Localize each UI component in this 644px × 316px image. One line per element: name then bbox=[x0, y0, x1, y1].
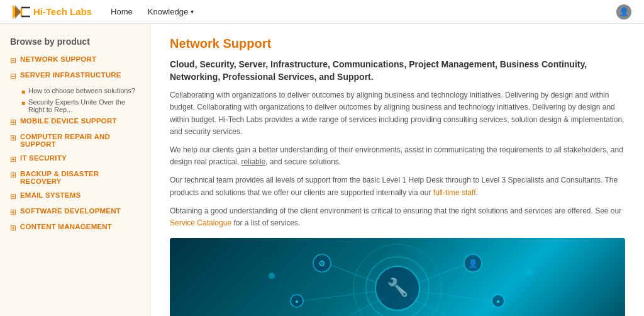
sidebar-item-email[interactable]: ⊞ Email Systems bbox=[10, 191, 140, 201]
content-paragraph-2: We help our clients gain a better unders… bbox=[170, 144, 625, 168]
plus-icon: ⊞ bbox=[10, 133, 16, 142]
svg-line-25 bbox=[347, 298, 385, 316]
sidebar-item-backup[interactable]: ⊞ Backup & Disaster Recovery bbox=[10, 170, 140, 185]
network-graphic: 🔧 ⚙ 👤 ● ● ● ◉ bbox=[221, 238, 574, 316]
sidebar-item-computer-repair[interactable]: ⊞ Computer Repair and Support bbox=[10, 133, 140, 148]
user-avatar[interactable]: 👤 bbox=[616, 4, 631, 20]
sidebar-item-label: Computer Repair and Support bbox=[20, 133, 140, 148]
sidebar-item-content[interactable]: ⊞ Content Management bbox=[10, 223, 140, 232]
sidebar-item-server-infrastructure[interactable]: ⊟ Server Infrastructure bbox=[10, 71, 140, 81]
header: Hi-Tech Labs Home Knowledge ▾ 👤 bbox=[0, 0, 644, 24]
svg-line-23 bbox=[303, 291, 375, 301]
bullet-icon: ■ bbox=[21, 99, 25, 106]
plus-icon: ⊞ bbox=[10, 118, 16, 127]
svg-line-31 bbox=[272, 276, 297, 299]
sidebar: Browse by product ⊞ Network Support ⊟ Se… bbox=[0, 24, 151, 316]
sidebar-item-label: Network Support bbox=[20, 55, 96, 63]
svg-line-24 bbox=[419, 291, 492, 301]
sidebar-item-it-security[interactable]: ⊞ IT Security bbox=[10, 154, 140, 164]
service-catalogue-link[interactable]: Service Catalogue bbox=[170, 218, 231, 227]
minus-icon: ⊟ bbox=[10, 72, 16, 81]
content-paragraph-1: Collaborating with organizations to deli… bbox=[170, 89, 625, 138]
plus-icon: ⊞ bbox=[10, 171, 16, 179]
sidebar-sub-server: ■ How to choose between solutions? ■ Sec… bbox=[21, 87, 140, 113]
plus-icon: ⊞ bbox=[10, 56, 16, 65]
sidebar-sub-label: Security Experts Unite Over the Right to… bbox=[28, 98, 140, 113]
page-title: Network Support bbox=[170, 37, 625, 51]
svg-line-21 bbox=[331, 265, 375, 282]
sidebar-item-label: Server Infrastructure bbox=[20, 71, 121, 79]
nav-home[interactable]: Home bbox=[111, 7, 133, 16]
chevron-down-icon: ▾ bbox=[191, 8, 194, 15]
svg-text:⚙: ⚙ bbox=[318, 259, 326, 268]
sidebar-item-software[interactable]: ⊞ Software Development bbox=[10, 207, 140, 217]
svg-text:👤: 👤 bbox=[468, 258, 479, 269]
logo-text: Hi-Tech Labs bbox=[33, 6, 92, 17]
logo-icon bbox=[13, 5, 30, 19]
svg-text:●: ● bbox=[295, 298, 298, 305]
sidebar-title: Browse by product bbox=[10, 37, 140, 47]
sidebar-item-mobile[interactable]: ⊞ Mobile Device Support bbox=[10, 117, 140, 127]
sidebar-sub-item-1[interactable]: ■ How to choose between solutions? bbox=[21, 87, 140, 95]
sidebar-item-label: Software Development bbox=[20, 207, 121, 215]
svg-line-26 bbox=[410, 298, 448, 316]
logo[interactable]: Hi-Tech Labs bbox=[13, 5, 92, 19]
sidebar-item-label: Email Systems bbox=[20, 191, 80, 199]
sidebar-sub-item-2[interactable]: ■ Security Experts Unite Over the Right … bbox=[21, 98, 140, 113]
plus-icon: ⊞ bbox=[10, 208, 16, 217]
svg-text:🔧: 🔧 bbox=[387, 277, 409, 298]
sidebar-item-label: Content Management bbox=[20, 223, 112, 230]
full-time-staff-link[interactable]: full-time staff bbox=[433, 188, 476, 197]
plus-icon: ⊞ bbox=[10, 223, 16, 232]
content-paragraph-4: Obtaining a good understanding of the cl… bbox=[170, 205, 625, 229]
svg-line-32 bbox=[498, 273, 530, 299]
sidebar-item-label: Backup & Disaster Recovery bbox=[20, 170, 140, 185]
svg-marker-1 bbox=[15, 5, 21, 19]
plus-icon: ⊞ bbox=[10, 192, 16, 201]
content-area: Network Support Cloud, Security, Server,… bbox=[151, 24, 644, 316]
bullet-icon: ■ bbox=[21, 88, 25, 95]
sidebar-item-network-support[interactable]: ⊞ Network Support bbox=[10, 55, 140, 65]
content-paragraph-3: Our technical team provides all levels o… bbox=[170, 174, 625, 198]
plus-icon: ⊞ bbox=[10, 155, 16, 164]
sidebar-sub-label: How to choose between solutions? bbox=[28, 87, 135, 94]
network-image: 🔧 ⚙ 👤 ● ● ● ◉ bbox=[170, 238, 625, 316]
main-layout: Browse by product ⊞ Network Support ⊟ Se… bbox=[0, 24, 644, 316]
sidebar-item-label: Mobile Device Support bbox=[20, 117, 117, 125]
header-right: 👤 bbox=[616, 4, 631, 20]
content-subtitle: Cloud, Security, Server, Infrastructure,… bbox=[170, 59, 625, 83]
main-nav: Home Knowledge ▾ bbox=[111, 7, 616, 16]
svg-line-22 bbox=[419, 265, 464, 282]
nav-knowledge[interactable]: Knowledge ▾ bbox=[148, 7, 194, 16]
svg-text:●: ● bbox=[496, 298, 499, 305]
sidebar-item-label: IT Security bbox=[20, 154, 67, 162]
